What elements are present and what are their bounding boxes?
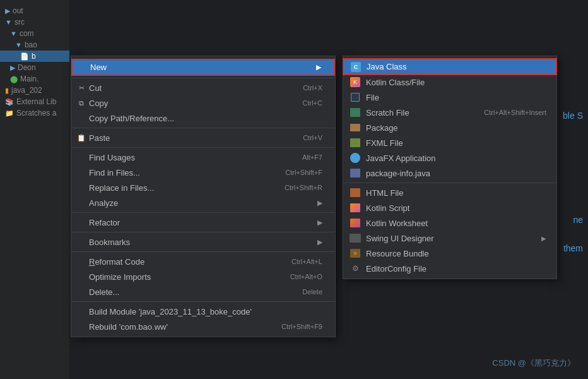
paste-icon: 📋 <box>76 133 86 143</box>
menu-label-find-usages: Find Usages <box>89 153 297 162</box>
submenu: C Java Class K Kotlin Class/File File Sc… <box>343 56 557 279</box>
folder-label: Scratches a <box>16 109 56 117</box>
submenu-label-swing-ui: Swing UI Designer <box>366 234 536 243</box>
menu-label-reformat: Reformat Code <box>89 257 286 267</box>
menu-item-cut[interactable]: ✂ Cut Ctrl+X <box>71 80 335 95</box>
separator <box>71 78 335 78</box>
paste-shortcut: Ctrl+V <box>303 134 322 141</box>
menu-item-copy-path[interactable]: Copy Path/Reference... <box>71 111 335 126</box>
separator <box>343 183 556 183</box>
separator <box>71 251 335 252</box>
submenu-item-package-info[interactable]: package-info.java <box>343 165 556 181</box>
kotlinworksheet-icon <box>350 217 361 229</box>
sidebar-item-java202[interactable]: ▮ java_202 <box>0 85 69 96</box>
javafx-icon <box>350 152 361 164</box>
folder-label: Deon <box>18 63 36 72</box>
file-icon: ▮ <box>5 87 9 95</box>
sidebar-item-com[interactable]: ▼ com <box>0 28 69 39</box>
scratch-icon <box>350 107 361 118</box>
folder-icon: 📁 <box>5 109 14 117</box>
sidebar-item-src[interactable]: ▼ src <box>0 16 69 28</box>
submenu-label-kotlin-class: Kotlin Class/File <box>366 78 546 87</box>
menu-label-copy: Copy <box>89 99 298 108</box>
watermark: CSDN @《黑巧克力》 <box>492 358 575 369</box>
menu-item-optimize[interactable]: Optimize Imports Ctrl+Alt+O <box>71 269 335 284</box>
menu-item-paste[interactable]: 📋 Paste Ctrl+V <box>71 130 335 145</box>
sidebar-item-deon[interactable]: ▶ Deon <box>0 62 69 73</box>
menu-item-bookmarks[interactable]: Bookmarks ▶ <box>71 234 335 250</box>
submenu-label-package-info: package-info.java <box>366 169 546 178</box>
sidebar-item-bao[interactable]: ▼ bao <box>0 39 69 51</box>
sidebar-item-out[interactable]: ▶ out <box>0 5 69 16</box>
reformat-shortcut: Ctrl+Alt+L <box>291 258 322 265</box>
submenu-arrow-icon: ▶ <box>541 235 546 242</box>
find-in-files-shortcut: Ctrl+Shift+F <box>285 169 322 176</box>
submenu-label-kotlin-script: Kotlin Script <box>366 203 546 213</box>
editorconfig-icon: ⚙ <box>350 263 361 274</box>
submenu-label-kotlin-worksheet: Kotlin Worksheet <box>366 219 546 228</box>
menu-item-delete[interactable]: Delete... Delete <box>71 284 335 299</box>
menu-item-reformat[interactable]: Reformat Code Ctrl+Alt+L <box>71 254 335 269</box>
submenu-item-fxml[interactable]: FXML File <box>343 135 556 150</box>
submenu-arrow-icon: ▶ <box>317 238 322 246</box>
submenu-item-kotlin-worksheet[interactable]: Kotlin Worksheet <box>343 215 556 231</box>
submenu-arrow-icon: ▶ <box>317 199 322 207</box>
menu-item-rebuild[interactable]: Rebuild 'com.bao.ww' Ctrl+Shift+F9 <box>71 319 335 334</box>
submenu-label-scratch-file: Scratch File <box>366 108 479 117</box>
submenu-item-html[interactable]: HTML File <box>343 185 556 200</box>
file-label: Main. <box>20 75 38 83</box>
submenu-item-swing-ui[interactable]: Swing UI Designer ▶ <box>343 231 556 246</box>
submenu-arrow-icon: ▶ <box>316 63 321 71</box>
menu-label-replace-in-files: Replace in Files... <box>89 183 279 193</box>
menu-item-replace-in-files[interactable]: Replace in Files... Ctrl+Shift+R <box>71 180 335 195</box>
submenu-item-kotlin-script[interactable]: Kotlin Script <box>343 200 556 215</box>
menu-label-refactor: Refactor <box>89 218 307 227</box>
submenu-item-scratch-file[interactable]: Scratch File Ctrl+Alt+Shift+Insert <box>343 105 556 120</box>
right-text-2: ne <box>573 215 583 225</box>
submenu-label-editorconfig: EditorConfig File <box>366 264 546 274</box>
chevron-down-icon: ▼ <box>15 41 22 49</box>
submenu-item-file[interactable]: File <box>343 90 556 105</box>
folder-label: src <box>15 18 25 27</box>
chevron-right-icon: ▶ <box>10 64 15 72</box>
copy-icon: ⧉ <box>76 98 86 108</box>
submenu-label-package: Package <box>366 123 546 133</box>
copy-shortcut: Ctrl+C <box>303 99 322 107</box>
file-icon: ⬤ <box>10 75 18 83</box>
submenu-item-package[interactable]: Package <box>343 120 556 135</box>
submenu-item-kotlin-class[interactable]: K Kotlin Class/File <box>343 75 556 90</box>
fxml-icon <box>350 137 361 148</box>
submenu-item-editorconfig[interactable]: ⚙ EditorConfig File <box>343 261 556 276</box>
separator <box>71 147 335 148</box>
sidebar-item-b[interactable]: 📄 b <box>0 51 69 62</box>
file-label: b <box>32 52 36 61</box>
menu-item-new[interactable]: New ▶ <box>71 59 335 76</box>
chevron-down-icon: ▼ <box>10 30 17 37</box>
separator <box>71 212 335 213</box>
menu-item-analyze[interactable]: Analyze ▶ <box>71 195 335 210</box>
menu-label-analyze: Analyze <box>89 198 307 208</box>
menu-item-find-in-files[interactable]: Find in Files... Ctrl+Shift+F <box>71 165 335 180</box>
context-menu: New ▶ ✂ Cut Ctrl+X ⧉ Copy Ctrl+C Copy Pa… <box>71 56 336 337</box>
menu-item-find-usages[interactable]: Find Usages Alt+F7 <box>71 150 335 165</box>
submenu-item-resource-bundle[interactable]: ≡ Resource Bundle <box>343 246 556 261</box>
submenu-item-javafx[interactable]: JavaFX Application <box>343 150 556 165</box>
submenu-label-javafx: JavaFX Application <box>366 153 546 163</box>
folder-label: External Lib <box>16 97 56 106</box>
submenu-label-html: HTML File <box>366 188 546 198</box>
menu-item-build-module[interactable]: Build Module 'java_2023_11_13_boke_code' <box>71 304 335 319</box>
menu-item-refactor[interactable]: Refactor ▶ <box>71 215 335 230</box>
separator <box>71 232 335 232</box>
folder-label: out <box>13 6 23 15</box>
submenu-label-fxml: FXML File <box>366 138 546 148</box>
sidebar-item-external-lib[interactable]: 📚 External Lib <box>0 96 69 107</box>
folder-label: com <box>20 29 34 38</box>
sidebar-item-scratches[interactable]: 📁 Scratches a <box>0 107 69 119</box>
sidebar: ▶ out ▼ src ▼ com ▼ bao 📄 b ▶ Deon ⬤ Mai… <box>0 0 69 379</box>
folder-icon: 📚 <box>5 98 14 106</box>
packageinfo-icon <box>350 167 361 179</box>
sidebar-item-main[interactable]: ⬤ Main. <box>0 73 69 85</box>
replace-shortcut: Ctrl+Shift+R <box>285 184 322 191</box>
menu-item-copy[interactable]: ⧉ Copy Ctrl+C <box>71 95 335 111</box>
submenu-item-java-class[interactable]: C Java Class <box>343 58 557 75</box>
